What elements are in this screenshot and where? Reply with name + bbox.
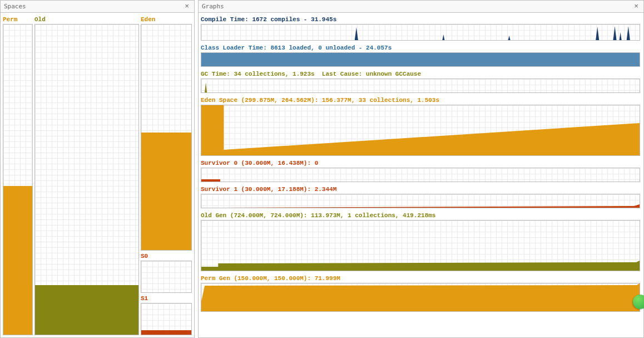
space-old-label: Old [34, 15, 139, 24]
graph-gc-label: GC Time: 34 collections, 1.923s [201, 71, 315, 77]
space-perm: Perm [3, 15, 33, 335]
graph-surv1-title: Survivor 1 (30.000M, 17.188M): 2.344M [201, 185, 640, 194]
space-eden-fill [141, 133, 191, 250]
graph-compile-plot [201, 24, 640, 41]
svg-marker-1 [442, 35, 444, 40]
space-eden-bar [141, 24, 192, 251]
graph-compile-title: Compile Time: 1672 compiles - 31.945s [201, 15, 640, 24]
graphs-panel: Graphs × Compile Time: 1672 compiles - 3… [198, 0, 644, 338]
svg-marker-8 [201, 105, 640, 155]
svg-marker-9 [224, 204, 640, 208]
svg-marker-11 [201, 283, 640, 311]
space-old: Old [34, 15, 139, 335]
space-s0: S0 [141, 252, 192, 293]
help-fab-icon[interactable] [633, 295, 644, 309]
space-old-fill [35, 285, 138, 335]
graph-gc-plot [201, 79, 640, 93]
graphs-title: Graphs [202, 3, 224, 10]
space-perm-label: Perm [3, 15, 33, 24]
spaces-body: Perm Old Eden [1, 13, 194, 337]
graph-classloader-plot [201, 52, 640, 67]
space-eden-col: Eden S0 S1 [141, 15, 192, 335]
close-icon[interactable]: × [632, 2, 640, 11]
graph-eden: Eden Space (299.875M, 264.562M): 156.377… [201, 96, 640, 156]
graph-classloader-fill [201, 53, 640, 66]
space-s1: S1 [141, 294, 192, 335]
graph-surv0-plot [201, 168, 640, 182]
graph-gc-title: GC Time: 34 collections, 1.923s Last Cau… [201, 70, 640, 79]
spaces-panel: Spaces × Perm Old Eden [0, 0, 195, 338]
space-s0-bar [141, 261, 192, 293]
svg-marker-3 [596, 27, 599, 40]
space-perm-fill [3, 186, 32, 335]
space-eden: Eden [141, 15, 192, 251]
svg-marker-2 [508, 36, 511, 40]
space-s1-fill [141, 330, 191, 335]
svg-marker-6 [627, 26, 630, 40]
svg-marker-4 [613, 26, 617, 40]
graph-old: Old Gen (724.000M, 724.000M): 113.973M, … [201, 211, 640, 271]
graph-classloader-title: Class Loader Time: 8613 loaded, 0 unload… [201, 43, 640, 52]
graph-surv0: Survivor 0 (30.000M, 16.438M): 0 [201, 159, 640, 182]
spaces-title: Spaces [4, 3, 26, 10]
graph-old-plot [201, 220, 640, 271]
graph-eden-title: Eden Space (299.875M, 264.562M): 156.377… [201, 96, 640, 105]
graphs-body: Compile Time: 1672 compiles - 31.945s [199, 13, 643, 337]
space-perm-bar [3, 24, 33, 335]
graph-surv1: Survivor 1 (30.000M, 17.188M): 2.344M [201, 185, 640, 208]
svg-marker-5 [620, 32, 622, 40]
graph-perm-title: Perm Gen (150.000M, 150.000M): 71.999M [201, 274, 640, 283]
graph-perm-plot [201, 283, 640, 312]
graph-surv0-fill [201, 179, 220, 182]
svg-marker-7 [205, 82, 207, 92]
svg-marker-0 [355, 27, 358, 40]
graph-gc-extra: Last Cause: unknown GCCause [322, 71, 421, 77]
space-s1-label: S1 [141, 294, 192, 303]
graph-classloader: Class Loader Time: 8613 loaded, 0 unload… [201, 43, 640, 67]
svg-marker-10 [201, 261, 640, 271]
graph-old-title: Old Gen (724.000M, 724.000M): 113.973M, … [201, 211, 640, 220]
graph-compile: Compile Time: 1672 compiles - 31.945s [201, 15, 640, 41]
space-old-bar [34, 24, 139, 335]
graph-surv1-plot [201, 194, 640, 208]
graphs-header: Graphs × [199, 1, 643, 13]
close-icon[interactable]: × [183, 2, 191, 11]
graph-perm: Perm Gen (150.000M, 150.000M): 71.999M [201, 274, 640, 312]
space-s1-bar [141, 303, 192, 335]
space-s0-label: S0 [141, 252, 192, 261]
spaces-header: Spaces × [1, 1, 194, 13]
graph-gc: GC Time: 34 collections, 1.923s Last Cau… [201, 70, 640, 93]
graph-eden-plot [201, 105, 640, 156]
space-eden-label: Eden [141, 15, 192, 24]
graph-surv0-title: Survivor 0 (30.000M, 16.438M): 0 [201, 159, 640, 168]
